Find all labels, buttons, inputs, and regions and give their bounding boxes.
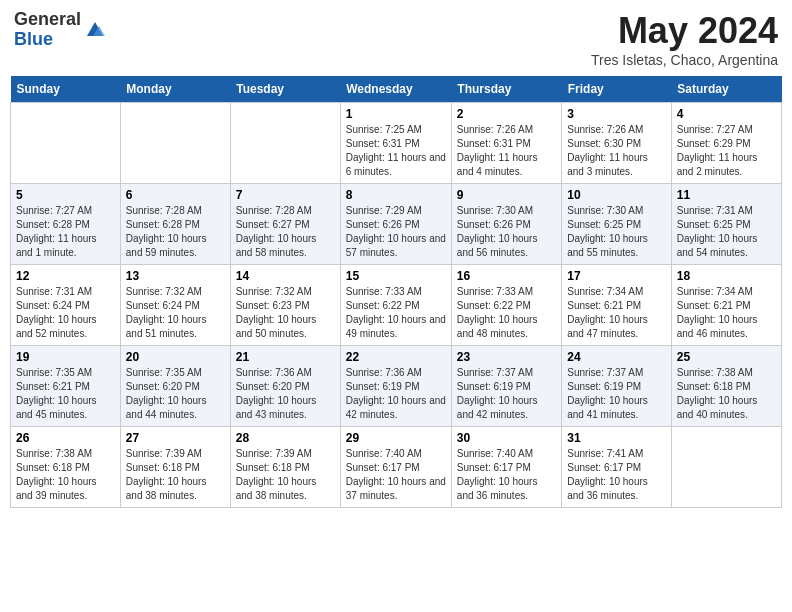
weekday-header-friday: Friday: [562, 76, 672, 103]
day-number: 9: [457, 188, 556, 202]
calendar-cell: 12Sunrise: 7:31 AMSunset: 6:24 PMDayligh…: [11, 265, 121, 346]
calendar-cell: 10Sunrise: 7:30 AMSunset: 6:25 PMDayligh…: [562, 184, 672, 265]
day-number: 20: [126, 350, 225, 364]
day-info: Sunrise: 7:35 AMSunset: 6:21 PMDaylight:…: [16, 366, 115, 422]
calendar-cell: 14Sunrise: 7:32 AMSunset: 6:23 PMDayligh…: [230, 265, 340, 346]
calendar-cell: 7Sunrise: 7:28 AMSunset: 6:27 PMDaylight…: [230, 184, 340, 265]
day-info: Sunrise: 7:33 AMSunset: 6:22 PMDaylight:…: [457, 285, 556, 341]
day-info: Sunrise: 7:38 AMSunset: 6:18 PMDaylight:…: [16, 447, 115, 503]
day-info: Sunrise: 7:28 AMSunset: 6:27 PMDaylight:…: [236, 204, 335, 260]
calendar-cell: 5Sunrise: 7:27 AMSunset: 6:28 PMDaylight…: [11, 184, 121, 265]
calendar-cell: 11Sunrise: 7:31 AMSunset: 6:25 PMDayligh…: [671, 184, 781, 265]
day-number: 12: [16, 269, 115, 283]
calendar-cell: 15Sunrise: 7:33 AMSunset: 6:22 PMDayligh…: [340, 265, 451, 346]
calendar-cell: [671, 427, 781, 508]
day-info: Sunrise: 7:29 AMSunset: 6:26 PMDaylight:…: [346, 204, 446, 260]
weekday-header-wednesday: Wednesday: [340, 76, 451, 103]
day-number: 30: [457, 431, 556, 445]
day-info: Sunrise: 7:41 AMSunset: 6:17 PMDaylight:…: [567, 447, 666, 503]
calendar-cell: 1Sunrise: 7:25 AMSunset: 6:31 PMDaylight…: [340, 103, 451, 184]
day-info: Sunrise: 7:32 AMSunset: 6:24 PMDaylight:…: [126, 285, 225, 341]
day-info: Sunrise: 7:26 AMSunset: 6:30 PMDaylight:…: [567, 123, 666, 179]
day-info: Sunrise: 7:28 AMSunset: 6:28 PMDaylight:…: [126, 204, 225, 260]
calendar-cell: 28Sunrise: 7:39 AMSunset: 6:18 PMDayligh…: [230, 427, 340, 508]
calendar-cell: 18Sunrise: 7:34 AMSunset: 6:21 PMDayligh…: [671, 265, 781, 346]
day-number: 4: [677, 107, 776, 121]
page-header: General Blue May 2024 Tres Isletas, Chac…: [10, 10, 782, 68]
weekday-header-tuesday: Tuesday: [230, 76, 340, 103]
day-info: Sunrise: 7:27 AMSunset: 6:29 PMDaylight:…: [677, 123, 776, 179]
logo-blue-text: Blue: [14, 29, 53, 49]
calendar-cell: 9Sunrise: 7:30 AMSunset: 6:26 PMDaylight…: [451, 184, 561, 265]
day-number: 15: [346, 269, 446, 283]
calendar-cell: 23Sunrise: 7:37 AMSunset: 6:19 PMDayligh…: [451, 346, 561, 427]
day-number: 18: [677, 269, 776, 283]
weekday-header-saturday: Saturday: [671, 76, 781, 103]
day-number: 23: [457, 350, 556, 364]
day-info: Sunrise: 7:39 AMSunset: 6:18 PMDaylight:…: [126, 447, 225, 503]
day-info: Sunrise: 7:31 AMSunset: 6:24 PMDaylight:…: [16, 285, 115, 341]
calendar-cell: 25Sunrise: 7:38 AMSunset: 6:18 PMDayligh…: [671, 346, 781, 427]
day-info: Sunrise: 7:32 AMSunset: 6:23 PMDaylight:…: [236, 285, 335, 341]
day-info: Sunrise: 7:34 AMSunset: 6:21 PMDaylight:…: [677, 285, 776, 341]
day-info: Sunrise: 7:35 AMSunset: 6:20 PMDaylight:…: [126, 366, 225, 422]
day-number: 1: [346, 107, 446, 121]
day-info: Sunrise: 7:30 AMSunset: 6:25 PMDaylight:…: [567, 204, 666, 260]
calendar-cell: 6Sunrise: 7:28 AMSunset: 6:28 PMDaylight…: [120, 184, 230, 265]
day-number: 13: [126, 269, 225, 283]
calendar-week-row: 26Sunrise: 7:38 AMSunset: 6:18 PMDayligh…: [11, 427, 782, 508]
weekday-header-thursday: Thursday: [451, 76, 561, 103]
logo: General Blue: [14, 10, 107, 50]
calendar-week-row: 5Sunrise: 7:27 AMSunset: 6:28 PMDaylight…: [11, 184, 782, 265]
calendar-cell: 19Sunrise: 7:35 AMSunset: 6:21 PMDayligh…: [11, 346, 121, 427]
day-number: 7: [236, 188, 335, 202]
calendar-cell: 2Sunrise: 7:26 AMSunset: 6:31 PMDaylight…: [451, 103, 561, 184]
day-number: 10: [567, 188, 666, 202]
day-number: 27: [126, 431, 225, 445]
day-number: 19: [16, 350, 115, 364]
day-number: 11: [677, 188, 776, 202]
calendar-week-row: 19Sunrise: 7:35 AMSunset: 6:21 PMDayligh…: [11, 346, 782, 427]
calendar-cell: 29Sunrise: 7:40 AMSunset: 6:17 PMDayligh…: [340, 427, 451, 508]
day-number: 31: [567, 431, 666, 445]
day-number: 8: [346, 188, 446, 202]
day-info: Sunrise: 7:31 AMSunset: 6:25 PMDaylight:…: [677, 204, 776, 260]
day-number: 3: [567, 107, 666, 121]
calendar-cell: 3Sunrise: 7:26 AMSunset: 6:30 PMDaylight…: [562, 103, 672, 184]
calendar-week-row: 12Sunrise: 7:31 AMSunset: 6:24 PMDayligh…: [11, 265, 782, 346]
day-info: Sunrise: 7:36 AMSunset: 6:20 PMDaylight:…: [236, 366, 335, 422]
calendar-cell: 31Sunrise: 7:41 AMSunset: 6:17 PMDayligh…: [562, 427, 672, 508]
weekday-header-row: SundayMondayTuesdayWednesdayThursdayFrid…: [11, 76, 782, 103]
day-info: Sunrise: 7:36 AMSunset: 6:19 PMDaylight:…: [346, 366, 446, 422]
day-info: Sunrise: 7:37 AMSunset: 6:19 PMDaylight:…: [457, 366, 556, 422]
logo-general-text: General: [14, 9, 81, 29]
day-number: 29: [346, 431, 446, 445]
day-number: 21: [236, 350, 335, 364]
weekday-header-sunday: Sunday: [11, 76, 121, 103]
day-info: Sunrise: 7:26 AMSunset: 6:31 PMDaylight:…: [457, 123, 556, 179]
calendar-table: SundayMondayTuesdayWednesdayThursdayFrid…: [10, 76, 782, 508]
month-title: May 2024: [591, 10, 778, 52]
day-number: 2: [457, 107, 556, 121]
day-number: 22: [346, 350, 446, 364]
calendar-cell: 27Sunrise: 7:39 AMSunset: 6:18 PMDayligh…: [120, 427, 230, 508]
day-number: 26: [16, 431, 115, 445]
calendar-cell: [120, 103, 230, 184]
day-number: 24: [567, 350, 666, 364]
day-info: Sunrise: 7:30 AMSunset: 6:26 PMDaylight:…: [457, 204, 556, 260]
day-info: Sunrise: 7:40 AMSunset: 6:17 PMDaylight:…: [346, 447, 446, 503]
calendar-cell: [11, 103, 121, 184]
day-info: Sunrise: 7:38 AMSunset: 6:18 PMDaylight:…: [677, 366, 776, 422]
calendar-cell: 21Sunrise: 7:36 AMSunset: 6:20 PMDayligh…: [230, 346, 340, 427]
day-number: 16: [457, 269, 556, 283]
calendar-week-row: 1Sunrise: 7:25 AMSunset: 6:31 PMDaylight…: [11, 103, 782, 184]
calendar-cell: 16Sunrise: 7:33 AMSunset: 6:22 PMDayligh…: [451, 265, 561, 346]
calendar-cell: 26Sunrise: 7:38 AMSunset: 6:18 PMDayligh…: [11, 427, 121, 508]
day-info: Sunrise: 7:33 AMSunset: 6:22 PMDaylight:…: [346, 285, 446, 341]
day-info: Sunrise: 7:39 AMSunset: 6:18 PMDaylight:…: [236, 447, 335, 503]
day-number: 25: [677, 350, 776, 364]
weekday-header-monday: Monday: [120, 76, 230, 103]
calendar-cell: 17Sunrise: 7:34 AMSunset: 6:21 PMDayligh…: [562, 265, 672, 346]
day-number: 28: [236, 431, 335, 445]
calendar-cell: 24Sunrise: 7:37 AMSunset: 6:19 PMDayligh…: [562, 346, 672, 427]
